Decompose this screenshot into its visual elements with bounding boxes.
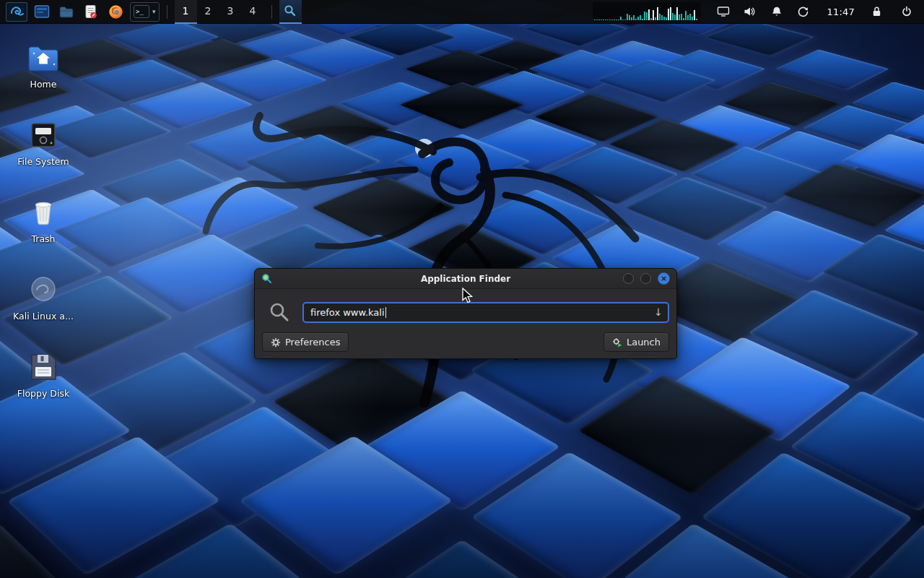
graph-bar bbox=[653, 10, 654, 20]
graph-bar bbox=[633, 15, 635, 20]
session-controls bbox=[866, 1, 917, 22]
workspace-4-button[interactable]: 4 bbox=[242, 0, 264, 24]
desktop-screen: >_ ▾ 1 2 3 4 bbox=[0, 0, 924, 578]
system-monitor-graph[interactable] bbox=[593, 2, 701, 21]
graph-bar bbox=[679, 14, 680, 20]
desktop-icon-label: Kali Linux a... bbox=[13, 311, 74, 322]
terminal-icon: >_ bbox=[134, 5, 149, 18]
preferences-label: Preferences bbox=[285, 337, 340, 348]
terminal-dropdown-button[interactable]: ▾ bbox=[152, 8, 157, 15]
text-editor-launcher[interactable] bbox=[81, 1, 101, 22]
kali-menu-icon bbox=[9, 4, 25, 20]
file-manager-launcher[interactable] bbox=[32, 1, 52, 22]
graph-bar bbox=[657, 7, 658, 20]
graph-bar bbox=[622, 20, 624, 20]
desktop-icon-label: File System bbox=[17, 157, 69, 167]
graph-bar bbox=[650, 18, 652, 20]
graph-bar bbox=[696, 19, 697, 20]
drive-icon bbox=[27, 118, 59, 152]
graph-bar bbox=[689, 14, 691, 20]
desktop-icon-label: Home bbox=[30, 79, 57, 90]
text-editor-icon bbox=[84, 4, 97, 20]
window-title: Application Finder bbox=[255, 274, 676, 284]
preferences-button[interactable]: Preferences bbox=[262, 332, 349, 352]
graph-bar bbox=[674, 14, 676, 20]
graph-bar bbox=[683, 18, 684, 20]
folder-launcher[interactable] bbox=[56, 1, 77, 22]
graph-bar bbox=[629, 15, 630, 20]
desktop-icon-kali-link[interactable]: Kali Linux a... bbox=[6, 272, 81, 322]
close-button[interactable]: × bbox=[658, 272, 670, 285]
graph-bar bbox=[635, 19, 637, 20]
graph-bar bbox=[603, 20, 604, 20]
graph-bar bbox=[596, 20, 598, 20]
graph-bar bbox=[668, 9, 669, 20]
graph-bar bbox=[648, 9, 650, 20]
search-query-text: firefox www.kali bbox=[310, 307, 385, 318]
graph-bar bbox=[616, 20, 617, 20]
graph-bar bbox=[663, 17, 665, 20]
firefox-launcher[interactable] bbox=[105, 1, 126, 22]
lock-icon bbox=[871, 6, 882, 17]
graph-bar bbox=[661, 15, 663, 20]
maximize-button[interactable] bbox=[640, 273, 651, 284]
graph-bar bbox=[666, 17, 667, 20]
system-tray bbox=[715, 2, 811, 21]
workspace-3-button[interactable]: 3 bbox=[219, 0, 242, 24]
graph-bar bbox=[601, 20, 602, 20]
graph-bar bbox=[605, 20, 606, 20]
graph-bar bbox=[694, 10, 695, 20]
notifications-icon bbox=[771, 6, 783, 17]
workspace-2-button[interactable]: 2 bbox=[197, 0, 219, 24]
graph-bar bbox=[618, 20, 619, 20]
appfinder-panel-button[interactable] bbox=[279, 0, 302, 24]
chevron-down-icon: ▾ bbox=[152, 8, 156, 15]
updates-tray-button[interactable] bbox=[796, 2, 811, 21]
trash-icon bbox=[27, 195, 59, 230]
panel-separator bbox=[167, 5, 167, 19]
graph-bar bbox=[646, 12, 648, 20]
finder-body: firefox www.kali ↓ Preferences Launch bbox=[255, 289, 676, 359]
graph-bar bbox=[687, 15, 689, 20]
close-icon: × bbox=[661, 274, 667, 283]
desktop-icon-floppy-disk[interactable]: Floppy Disk bbox=[6, 350, 81, 399]
volume-icon bbox=[744, 6, 756, 17]
history-dropdown-button[interactable]: ↓ bbox=[654, 306, 663, 319]
launch-button[interactable]: Launch bbox=[603, 332, 669, 352]
desktop-icon-home[interactable]: Home bbox=[6, 40, 81, 90]
graph-bar bbox=[611, 20, 613, 20]
desktop-icon-trash[interactable]: Trash bbox=[6, 195, 81, 244]
appfinder-icon bbox=[261, 273, 272, 284]
minimize-button[interactable] bbox=[623, 273, 634, 284]
clock[interactable]: 11:47 bbox=[827, 7, 855, 17]
display-tray-button[interactable] bbox=[715, 2, 731, 21]
search-input[interactable]: firefox www.kali ↓ bbox=[302, 302, 669, 323]
wallpaper-cube bbox=[775, 49, 889, 90]
graph-bar bbox=[640, 15, 641, 20]
text-caret bbox=[385, 307, 387, 318]
display-icon bbox=[717, 6, 730, 17]
desktop-icon-label: Trash bbox=[31, 234, 55, 244]
file-manager-icon bbox=[34, 4, 50, 19]
floppy-icon bbox=[27, 350, 59, 384]
kali-menu-button[interactable] bbox=[6, 2, 27, 22]
graph-bar bbox=[692, 17, 693, 20]
terminal-launcher-group: >_ ▾ bbox=[130, 2, 160, 22]
workspace-1-button[interactable]: 1 bbox=[175, 0, 197, 24]
panel-separator bbox=[271, 5, 272, 19]
terminal-launcher[interactable]: >_ bbox=[133, 4, 150, 20]
graph-bar bbox=[672, 13, 674, 20]
lock-button[interactable] bbox=[866, 1, 886, 22]
power-button[interactable] bbox=[897, 1, 917, 22]
desktop-icon-file-system[interactable]: File System bbox=[6, 118, 81, 167]
kali-link-icon bbox=[27, 272, 59, 307]
graph-bar bbox=[624, 20, 626, 20]
application-finder-window: Application Finder × firefox www.kali ↓ bbox=[254, 268, 677, 359]
power-icon bbox=[901, 6, 912, 17]
notifications-tray-button[interactable] bbox=[769, 2, 785, 21]
volume-tray-button[interactable] bbox=[742, 2, 758, 21]
graph-bar bbox=[631, 17, 632, 20]
graph-bar bbox=[670, 7, 671, 20]
launch-label: Launch bbox=[627, 337, 661, 348]
titlebar[interactable]: Application Finder × bbox=[255, 269, 676, 289]
